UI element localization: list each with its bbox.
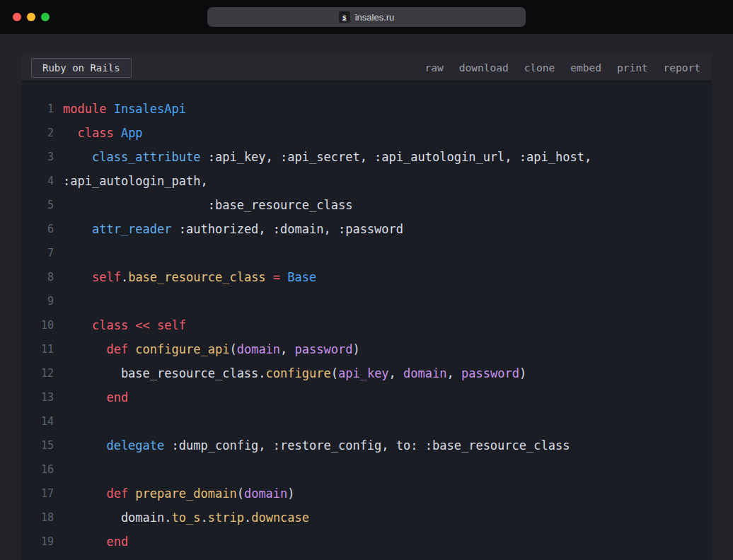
line-number: 18 [21,506,54,530]
code-line: 3 class_attribute :api_key, :api_secret,… [21,145,712,169]
code-text: domain.to_s.strip.downcase [54,506,309,530]
code-line: 12 base_resource_class.configure(api_key… [21,361,712,385]
tab-language[interactable]: Ruby on Rails [31,58,132,78]
code-text: class App [54,121,143,145]
code-area: 1module InsalesApi2 class App3 class_att… [21,81,712,560]
paste-menu: raw download clone embed print report [425,62,700,74]
line-number: 3 [21,145,54,169]
code-line: 19 end [21,530,712,554]
code-line: 6 attr_reader :authorized, :domain, :pas… [21,217,712,241]
code-text [54,409,63,433]
code-line: 16 [21,457,712,482]
code-line: 2 class App [21,121,712,145]
menu-item-clone[interactable]: clone [524,62,555,74]
code-text: attr_reader :authorized, :domain, :passw… [54,217,403,241]
code-text [54,457,63,482]
code-line: 8 self.base_resource_class = Base [21,265,712,289]
code-line: 11 def configure_api(domain, password) [21,337,712,361]
code-text: class_attribute :api_key, :api_secret, :… [54,145,591,169]
paste-toolbar: Ruby on Rails raw download clone embed p… [21,55,712,81]
line-number: 16 [21,457,54,482]
code-text: def configure_api(domain, password) [54,337,360,361]
zoom-window-button[interactable] [41,13,50,21]
code-text: base_resource_class.configure(api_key, d… [54,361,526,385]
code-line: 10 class << self [21,313,712,337]
code-text: end [54,385,128,409]
code-text: delegate :dump_config, :restore_config, … [54,433,570,457]
menu-item-download[interactable]: download [459,62,509,74]
code-text [54,241,63,265]
browser-chrome: s insales.ru [0,0,733,34]
code-line: 13 end [21,385,712,409]
line-number: 5 [21,193,54,217]
close-window-button[interactable] [13,13,21,21]
line-number: 4 [21,169,54,193]
code-text: class << self [54,313,186,337]
menu-item-report[interactable]: report [664,62,700,74]
code-line: 18 domain.to_s.strip.downcase [21,506,712,530]
line-number: 10 [21,313,54,337]
code-text: end [54,530,128,554]
menu-item-raw[interactable]: raw [425,62,444,74]
line-number: 2 [21,121,54,145]
paste-window: Ruby on Rails raw download clone embed p… [21,55,712,560]
line-number: 17 [21,482,54,506]
menu-item-print[interactable]: print [617,62,648,74]
menu-item-embed[interactable]: embed [570,62,601,74]
address-bar-url: insales.ru [355,12,395,23]
code-text: self.base_resource_class = Base [54,265,316,289]
code-text: module InsalesApi [54,97,186,121]
line-number: 19 [21,530,54,554]
line-number: 12 [21,361,54,385]
line-number: 6 [21,217,54,241]
code-line: 1module InsalesApi [21,97,712,121]
code-line: 15 delegate :dump_config, :restore_confi… [21,433,712,457]
line-number: 14 [21,409,54,433]
line-number: 13 [21,385,54,409]
line-number: 7 [21,241,54,265]
address-bar[interactable]: s insales.ru [207,7,526,27]
line-number: 1 [21,97,54,121]
site-favicon-icon: s [339,11,350,23]
code-text: :api_autologin_path, [54,169,208,193]
code-line: 7 [21,241,712,265]
line-number: 15 [21,433,54,457]
code-line: 4:api_autologin_path, [21,169,712,193]
code-text [54,289,63,313]
code-line: 9 [21,289,712,313]
window-controls [13,13,50,21]
line-number: 8 [21,265,54,289]
code-line: 17 def prepare_domain(domain) [21,482,712,506]
code-text: :base_resource_class [54,193,352,217]
code-line: 14 [21,409,712,433]
code-line: 5 :base_resource_class [21,193,712,217]
line-number: 9 [21,289,54,313]
minimize-window-button[interactable] [27,13,35,21]
line-number: 11 [21,337,54,361]
code-text: def prepare_domain(domain) [54,482,295,506]
